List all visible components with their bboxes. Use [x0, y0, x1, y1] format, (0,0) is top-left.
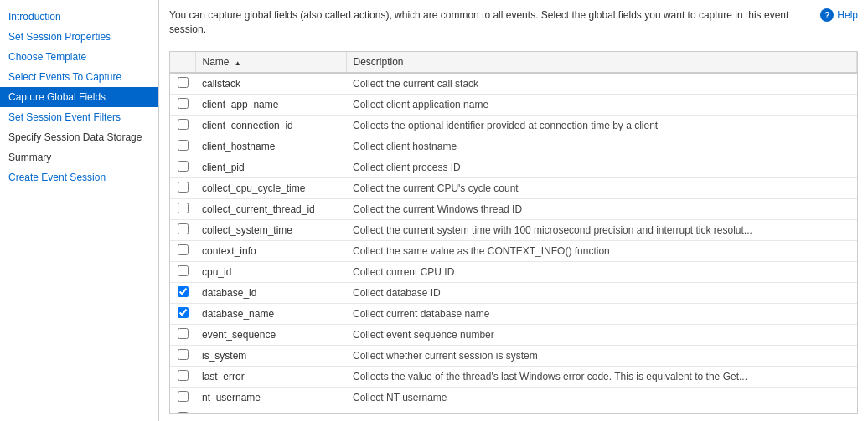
row-description: Collect current CPU ID: [346, 261, 857, 282]
table-row: nt_usernameCollect NT username: [170, 387, 857, 408]
row-checkbox-collect_cpu_cycle_time[interactable]: [178, 182, 189, 193]
row-checkbox-cell: [170, 177, 195, 198]
row-checkbox-numa_node_id[interactable]: [178, 412, 189, 414]
row-description: Collect client hostname: [346, 136, 857, 157]
table-row: callstackCollect the current call stack: [170, 73, 857, 95]
header: You can capture global fields (also call…: [159, 0, 868, 44]
sidebar-item-set-session-event-filters[interactable]: Set Session Event Filters: [0, 107, 158, 127]
row-checkbox-is_system[interactable]: [178, 349, 189, 360]
help-label: Help: [837, 9, 858, 21]
row-description: Collect client process ID: [346, 157, 857, 177]
checkbox-header: [170, 52, 195, 73]
row-checkbox-client_hostname[interactable]: [178, 140, 189, 151]
table-row: client_connection_idCollects the optiona…: [170, 115, 857, 136]
table-row: database_idCollect database ID: [170, 282, 857, 303]
table-row: database_nameCollect current database na…: [170, 303, 857, 324]
row-checkbox-cell: [170, 387, 195, 408]
main-content: You can capture global fields (also call…: [159, 0, 868, 421]
row-description: Collect database ID: [346, 282, 857, 303]
row-checkbox-cell: [170, 324, 195, 345]
row-checkbox-client_app_name[interactable]: [178, 98, 189, 109]
row-checkbox-cell: [170, 408, 195, 414]
row-name: cpu_id: [195, 261, 346, 282]
help-link[interactable]: ? Help: [820, 8, 858, 22]
sidebar-item-specify-session-data-storage: Specify Session Data Storage: [0, 127, 158, 147]
row-name: callstack: [195, 73, 346, 95]
row-checkbox-event_sequence[interactable]: [178, 328, 189, 339]
row-name: client_connection_id: [195, 115, 346, 136]
row-description: Collect event sequence number: [346, 324, 857, 345]
sidebar-item-choose-template[interactable]: Choose Template: [0, 47, 158, 67]
row-checkbox-cell: [170, 261, 195, 282]
row-checkbox-cell: [170, 345, 195, 366]
global-fields-table: Name ▲ Description callstackCollect the …: [170, 52, 857, 414]
row-description: Collects the value of the thread's last …: [346, 366, 857, 387]
row-checkbox-collect_system_time[interactable]: [178, 223, 189, 234]
table-row: collect_cpu_cycle_timeCollect the curren…: [170, 177, 857, 198]
sidebar-item-select-events-to-capture[interactable]: Select Events To Capture: [0, 67, 158, 87]
row-description: Collect current NUMA node ID: [346, 408, 857, 414]
table-row: numa_node_idCollect current NUMA node ID: [170, 408, 857, 414]
table-row: client_pidCollect client process ID: [170, 157, 857, 177]
row-description: Collect NT username: [346, 387, 857, 408]
description-header-label: Description: [354, 56, 404, 68]
row-checkbox-client_connection_id[interactable]: [178, 119, 189, 130]
row-description: Collect client application name: [346, 94, 857, 115]
row-name: is_system: [195, 345, 346, 366]
row-checkbox-cell: [170, 94, 195, 115]
row-checkbox-database_name[interactable]: [178, 307, 189, 318]
row-name: collect_cpu_cycle_time: [195, 177, 346, 198]
row-name: context_info: [195, 240, 346, 261]
table-row: collect_system_timeCollect the current s…: [170, 219, 857, 240]
table-row: event_sequenceCollect event sequence num…: [170, 324, 857, 345]
row-checkbox-collect_current_thread_id[interactable]: [178, 203, 189, 213]
row-description: Collects the optional identifier provide…: [346, 115, 857, 136]
row-name: event_sequence: [195, 324, 346, 345]
row-description: Collect the same value as the CONTEXT_IN…: [346, 240, 857, 261]
row-description: Collect current database name: [346, 303, 857, 324]
row-checkbox-cell: [170, 73, 195, 95]
row-checkbox-cpu_id[interactable]: [178, 265, 189, 276]
table-row: client_app_nameCollect client applicatio…: [170, 94, 857, 115]
table-row: context_infoCollect the same value as th…: [170, 240, 857, 261]
row-checkbox-last_error[interactable]: [178, 370, 189, 381]
row-checkbox-cell: [170, 136, 195, 157]
sidebar-item-capture-global-fields[interactable]: Capture Global Fields: [0, 87, 158, 107]
table-row: client_hostnameCollect client hostname: [170, 136, 857, 157]
table-row: collect_current_thread_idCollect the cur…: [170, 198, 857, 219]
row-description: Collect the current system time with 100…: [346, 219, 857, 240]
row-name: numa_node_id: [195, 408, 346, 414]
row-description: Collect the current Windows thread ID: [346, 198, 857, 219]
sort-arrow: ▲: [235, 59, 241, 67]
description-header[interactable]: Description: [346, 52, 857, 73]
row-name: collect_current_thread_id: [195, 198, 346, 219]
row-checkbox-cell: [170, 366, 195, 387]
row-name: client_app_name: [195, 94, 346, 115]
row-checkbox-cell: [170, 282, 195, 303]
row-name: database_id: [195, 282, 346, 303]
row-checkbox-context_info[interactable]: [178, 244, 189, 255]
sidebar-item-summary: Summary: [0, 147, 158, 167]
row-name: database_name: [195, 303, 346, 324]
name-header[interactable]: Name ▲: [195, 52, 346, 73]
row-checkbox-cell: [170, 219, 195, 240]
table-row: is_systemCollect whether current session…: [170, 345, 857, 366]
sidebar-item-set-session-properties[interactable]: Set Session Properties: [0, 27, 158, 47]
table-row: last_errorCollects the value of the thre…: [170, 366, 857, 387]
row-name: last_error: [195, 366, 346, 387]
row-checkbox-cell: [170, 157, 195, 177]
row-description: Collect the current CPU's cycle count: [346, 177, 857, 198]
sidebar-item-create-event-session[interactable]: Create Event Session: [0, 167, 158, 187]
row-checkbox-database_id[interactable]: [178, 286, 189, 297]
row-description: Collect the current call stack: [346, 73, 857, 95]
sidebar-item-introduction[interactable]: Introduction: [0, 7, 158, 27]
row-checkbox-callstack[interactable]: [178, 77, 189, 88]
row-name: collect_system_time: [195, 219, 346, 240]
header-description: You can capture global fields (also call…: [169, 8, 820, 37]
row-checkbox-nt_username[interactable]: [178, 391, 189, 402]
row-name: nt_username: [195, 387, 346, 408]
table-header-row: Name ▲ Description: [170, 52, 857, 73]
row-name: client_hostname: [195, 136, 346, 157]
row-checkbox-cell: [170, 198, 195, 219]
row-checkbox-client_pid[interactable]: [178, 161, 189, 172]
